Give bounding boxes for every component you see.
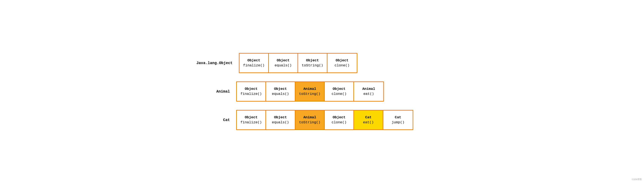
method-cell-1-0: Objectfinalize() (237, 82, 266, 101)
method-group-2: Objectfinalize()Objectequals()AnimaltoSt… (236, 110, 413, 130)
cell-method-2-5: jump() (392, 120, 404, 125)
cell-method-1-3: clone() (332, 92, 346, 96)
cell-method-0-0: finalize() (243, 63, 264, 68)
row-animal: AnimalObjectfinalize()Objectequals()Anim… (196, 82, 448, 102)
cell-class-0-3: Object (336, 58, 348, 63)
cell-method-1-4: eat() (363, 92, 374, 96)
method-cell-1-1: Objectequals() (266, 82, 296, 101)
method-cell-2-4: Cateat() (354, 110, 383, 130)
cell-class-1-2: Animal (303, 86, 316, 92)
cell-class-1-1: Object (274, 86, 287, 92)
cell-method-1-2: toString() (299, 92, 320, 96)
diagram-container: Java.lang.ObjectObjectfinalize()Objecteq… (196, 53, 448, 130)
cell-class-1-3: Object (333, 86, 346, 92)
method-cell-0-2: ObjecttoString() (298, 54, 328, 72)
cell-method-2-2: toString() (299, 120, 320, 125)
watermark: CSDN博客 (632, 178, 642, 181)
cell-method-2-0: finalize() (240, 120, 262, 125)
cell-class-2-2: Animal (303, 115, 316, 120)
method-cell-0-3: Objectclone() (328, 54, 357, 72)
cell-method-1-1: equals() (272, 92, 289, 96)
cell-class-2-0: Object (245, 115, 258, 120)
cell-class-2-4: Cat (365, 115, 372, 120)
method-cell-2-1: Objectequals() (266, 110, 296, 130)
cell-class-0-2: Object (306, 58, 319, 63)
cell-method-1-0: finalize() (240, 92, 262, 96)
cell-method-0-3: clone() (334, 63, 350, 68)
method-cell-2-3: Objectclone() (325, 110, 354, 130)
method-group-1: Objectfinalize()Objectequals()AnimaltoSt… (236, 82, 384, 102)
cell-class-2-1: Object (274, 115, 287, 120)
cell-class-0-1: Object (277, 58, 290, 63)
method-cell-0-1: Objectequals() (269, 54, 298, 72)
cell-method-2-1: equals() (272, 120, 289, 125)
cell-class-1-0: Object (245, 86, 258, 92)
method-cell-1-4: Animaleat() (354, 82, 383, 101)
method-group-0: Objectfinalize()Objectequals()ObjecttoSt… (239, 53, 358, 73)
cell-class-1-4: Animal (362, 86, 375, 92)
method-cell-1-2: AnimaltoString() (296, 82, 325, 101)
cell-method-0-2: toString() (302, 63, 323, 68)
cell-class-0-0: Object (248, 58, 260, 63)
row-label-2: Cat (196, 118, 230, 122)
method-cell-2-0: Objectfinalize() (237, 110, 266, 130)
row-cat: CatObjectfinalize()Objectequals()Animalt… (196, 110, 448, 130)
method-cell-1-3: Objectclone() (325, 82, 354, 101)
cell-method-0-1: equals() (275, 63, 292, 68)
cell-class-2-5: Cat (395, 115, 401, 120)
cell-method-2-4: eat() (363, 120, 374, 125)
method-cell-0-0: Objectfinalize() (240, 54, 269, 72)
row-label-1: Animal (196, 90, 230, 94)
cell-class-2-3: Object (333, 115, 346, 120)
method-cell-2-2: AnimaltoString() (296, 110, 325, 130)
cell-method-2-3: clone() (332, 120, 346, 125)
row-label-0: Java.lang.Object (196, 61, 232, 65)
method-cell-2-5: Catjump() (383, 110, 413, 130)
row-java-lang-object: Java.lang.ObjectObjectfinalize()Objecteq… (196, 53, 448, 73)
